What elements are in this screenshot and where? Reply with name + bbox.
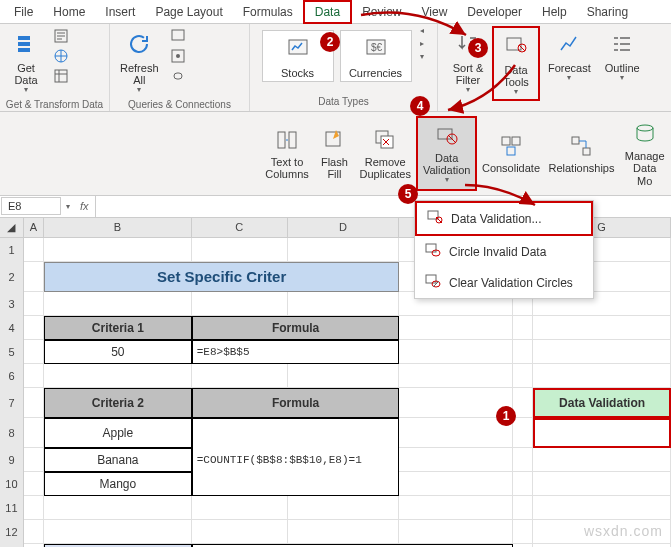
forecast-button[interactable]: Forecast▾ [542, 26, 597, 85]
criteria1-header[interactable]: Criteria 1 [44, 316, 192, 340]
cell-A11[interactable] [24, 496, 44, 520]
col-C[interactable]: C [192, 218, 288, 237]
cell-A3[interactable] [24, 292, 44, 316]
cell-E10[interactable] [399, 472, 513, 496]
data-validation-header[interactable]: Data Validation [533, 388, 671, 418]
row-11[interactable]: 11 [0, 496, 24, 520]
refresh-all-button[interactable]: Refresh All▾ [114, 26, 165, 97]
cell-A10[interactable] [24, 472, 44, 496]
cell-E4[interactable] [399, 316, 513, 340]
cell-B12[interactable] [44, 520, 192, 544]
cell-B1[interactable] [44, 238, 192, 262]
criteria2-header[interactable]: Criteria 2 [44, 388, 192, 418]
formula2-header[interactable]: Formula [192, 388, 400, 418]
menu-clear-circles[interactable]: Clear Validation Circles [415, 267, 593, 298]
cell-F12[interactable] [513, 520, 533, 544]
data-tools-button[interactable]: Data Tools▾ [492, 26, 540, 101]
cell-F8[interactable] [513, 418, 533, 448]
tab-pagelayout[interactable]: Page Layout [145, 2, 232, 22]
cell-E11[interactable] [399, 496, 513, 520]
cell-C10[interactable] [192, 472, 400, 496]
tab-home[interactable]: Home [43, 2, 95, 22]
manage-data-model-button[interactable]: Manage Data Mo [618, 116, 671, 191]
cell-C8[interactable] [192, 418, 400, 448]
edit-links-button[interactable] [167, 66, 189, 86]
name-box[interactable]: E8 [1, 197, 61, 215]
queries-button[interactable] [167, 26, 189, 46]
tab-data[interactable]: Data [303, 0, 352, 24]
cell-B11[interactable] [44, 496, 192, 520]
cell-A8[interactable] [24, 418, 44, 448]
title-cell[interactable]: Set Specific Criter [44, 262, 399, 292]
row-3[interactable]: 3 [0, 292, 24, 316]
cell-C11[interactable] [192, 496, 288, 520]
datatype-next[interactable]: ▸ [420, 39, 424, 48]
outline-button[interactable]: Outline▾ [599, 26, 646, 85]
cell-E12[interactable] [399, 520, 513, 544]
cell-B9[interactable]: Banana [44, 448, 192, 472]
cell-G4[interactable] [533, 316, 671, 340]
tab-developer[interactable]: Developer [457, 2, 532, 22]
remove-duplicates-button[interactable]: Remove Duplicates [355, 116, 416, 191]
fx-icon[interactable]: fx [74, 200, 95, 212]
cell-E6[interactable] [399, 364, 513, 388]
row-9[interactable]: 9 [0, 448, 24, 472]
cell-F9[interactable] [513, 448, 533, 472]
cell-A2[interactable] [24, 262, 44, 292]
cell-A6[interactable] [24, 364, 44, 388]
cell-G8-selected[interactable] [533, 418, 671, 448]
cell-F11[interactable] [513, 496, 533, 520]
row-1[interactable]: 1 [0, 238, 24, 262]
tab-view[interactable]: View [412, 2, 458, 22]
row-12[interactable]: 12 [0, 520, 24, 544]
datatype-prev[interactable]: ◂ [420, 26, 424, 35]
tab-insert[interactable]: Insert [95, 2, 145, 22]
cell-F4[interactable] [513, 316, 533, 340]
cell-C12[interactable] [192, 520, 288, 544]
cell-G10[interactable] [533, 472, 671, 496]
cell-A7[interactable] [24, 388, 44, 418]
select-all[interactable]: ◢ [0, 218, 24, 237]
tab-formulas[interactable]: Formulas [233, 2, 303, 22]
cell-F6[interactable] [513, 364, 533, 388]
row-8[interactable]: 8 [0, 418, 24, 448]
row-6[interactable]: 6 [0, 364, 24, 388]
cell-F7[interactable] [513, 388, 533, 418]
cell-D1[interactable] [288, 238, 400, 262]
menu-circle-invalid[interactable]: Circle Invalid Data [415, 236, 593, 267]
row-4[interactable]: 4 [0, 316, 24, 340]
cell-E8[interactable] [399, 418, 513, 448]
cell-B5[interactable]: 50 [44, 340, 192, 364]
cell-F10[interactable] [513, 472, 533, 496]
from-text-button[interactable] [50, 26, 72, 46]
data-validation-button[interactable]: Data Validation▾ [416, 116, 478, 191]
properties-button[interactable] [167, 46, 189, 66]
relationships-button[interactable]: Relationships [544, 116, 618, 191]
datatype-more[interactable]: ▾ [420, 52, 424, 61]
from-table-button[interactable] [50, 66, 72, 86]
flash-fill-button[interactable]: Flash Fill [314, 116, 355, 191]
cell-F5[interactable] [513, 340, 533, 364]
cell-A12[interactable] [24, 520, 44, 544]
cell-E9[interactable] [399, 448, 513, 472]
menu-data-validation[interactable]: Data Validation... [415, 201, 593, 236]
sort-filter-button[interactable]: Sort & Filter▾ [446, 26, 490, 97]
row-10[interactable]: 10 [0, 472, 24, 496]
from-web-button[interactable] [50, 46, 72, 66]
get-data-button[interactable]: Get Data▾ [4, 26, 48, 97]
cell-E5[interactable] [399, 340, 513, 364]
cell-D12[interactable] [288, 520, 400, 544]
formula1-header[interactable]: Formula [192, 316, 400, 340]
cell-D11[interactable] [288, 496, 400, 520]
cell-C5[interactable]: =E8>$B$5 [192, 340, 400, 364]
cell-C3[interactable] [192, 292, 288, 316]
currencies-button[interactable]: $€ Currencies [340, 30, 412, 82]
cell-D6[interactable] [288, 364, 400, 388]
consolidate-button[interactable]: Consolidate [477, 116, 544, 191]
cell-B8[interactable]: Apple [44, 418, 192, 448]
cell-C6[interactable] [192, 364, 288, 388]
row-5[interactable]: 5 [0, 340, 24, 364]
row-7[interactable]: 7 [0, 388, 24, 418]
cell-G5[interactable] [533, 340, 671, 364]
cell-A1[interactable] [24, 238, 44, 262]
